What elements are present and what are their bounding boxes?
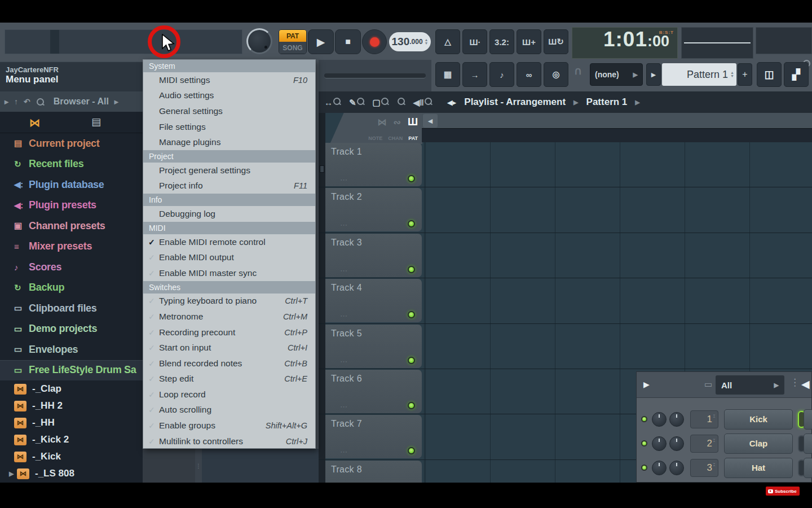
options-menu-toggle-item[interactable]: Enable MIDI output (143, 249, 315, 265)
loop-record-icon[interactable]: Ш↻ (544, 29, 568, 54)
track-options-icon[interactable] (340, 448, 347, 456)
track-enable-led[interactable] (408, 175, 415, 182)
track-options-icon[interactable] (340, 221, 347, 229)
pattern-picker-button[interactable]: ◫ (757, 62, 782, 87)
panel-divider[interactable]: ⋮ (195, 449, 202, 483)
pat-mode-button[interactable]: PAT (279, 30, 306, 42)
browser-title[interactable]: Browser - All (54, 97, 109, 107)
oscilloscope-panel[interactable] (681, 27, 753, 59)
touch-controller-icon[interactable]: ◎ (544, 62, 568, 87)
channel-enable-led[interactable] (641, 465, 647, 471)
track-header[interactable]: Track 2 (325, 188, 422, 231)
browser-item[interactable]: ≡ Mixer presets (0, 237, 143, 257)
options-menu-item[interactable]: File settings (143, 119, 315, 135)
menu-item[interactable] (50, 30, 59, 54)
track-enable-led[interactable] (408, 402, 415, 409)
tempo-display[interactable]: 130.000 ▲▼ (389, 32, 431, 51)
tab-chan-label[interactable]: CHAN (388, 135, 403, 141)
playlist-timeline[interactable] (422, 129, 812, 142)
channel-rack-header[interactable]: ▶ ▭ All ▶ ⋮ ◀ (637, 372, 811, 398)
track-header[interactable]: Track 5 (325, 325, 422, 368)
channel-target-selector[interactable]: 2 (690, 435, 718, 453)
zoom-tool-icon[interactable] (397, 97, 405, 108)
options-menu-item[interactable]: Project general settings (143, 163, 315, 178)
options-menu-toggle-item[interactable]: Enable MIDI master sync (143, 265, 315, 281)
rack-filter-dropdown[interactable]: All ▶ (716, 375, 784, 395)
browser-item[interactable]: ▭ Clipboard files (0, 298, 143, 319)
pattern-selector[interactable]: Pattern 1 ▲▼ (662, 63, 736, 86)
browser-item[interactable]: ◀: Plugin database (0, 174, 143, 195)
pan-knob[interactable] (652, 461, 667, 475)
smart-find-icon[interactable]: ⋈ (29, 116, 40, 129)
menu-item[interactable] (14, 30, 23, 54)
pat-song-toggle[interactable]: PAT SONG (279, 29, 307, 54)
pattern-spinner[interactable]: ▲▼ (730, 71, 734, 78)
options-menu-item[interactable]: Manage plugins (143, 134, 315, 150)
track-header[interactable]: Track 4 (325, 279, 422, 322)
select-tool-icon[interactable]: ▢ (373, 97, 389, 108)
slide-note-icon[interactable]: ♪ (489, 62, 514, 87)
play-button[interactable]: ▶ (308, 29, 334, 54)
sample-item[interactable]: ▶ -_HH (0, 414, 143, 431)
record-button[interactable] (362, 29, 387, 54)
options-menu-toggle-item[interactable]: Start on input Ctrl+I (143, 340, 315, 356)
menu-item[interactable] (23, 30, 32, 54)
time-display[interactable]: B:S:T 1:01 :00 (572, 27, 678, 59)
browser-item[interactable]: ▭ Free LifeStyle Drum Sa (0, 360, 143, 381)
options-menu-toggle-item[interactable]: Typing keyboard to piano Ctrl+T (143, 294, 315, 309)
menu-item[interactable] (5, 30, 14, 54)
metronome-icon[interactable]: △ (435, 29, 460, 54)
track-options-icon[interactable] (340, 357, 347, 366)
playlist-hscrollbar[interactable]: ◀ (422, 113, 812, 129)
channel-enable-led[interactable] (641, 440, 647, 446)
cpu-panel[interactable] (756, 27, 812, 54)
up-icon[interactable]: ↑ (14, 97, 18, 106)
detach-icon[interactable]: ↔ (324, 97, 341, 108)
scroll-left-button[interactable]: ◀ (423, 114, 438, 128)
shuffle-slider[interactable] (324, 73, 426, 78)
step-sequencer-button[interactable]: ▞ (784, 62, 809, 87)
track-options-icon[interactable] (340, 312, 347, 320)
pattern-menu-button[interactable]: ▶ (646, 63, 661, 86)
link-controllers-icon[interactable]: ∞ (517, 62, 541, 87)
speaker-icon[interactable]: ◀ (801, 378, 810, 391)
menu-item[interactable] (68, 30, 77, 54)
channel-edge-button[interactable] (804, 409, 812, 430)
sample-item[interactable]: ▶ -_LS 808 (0, 465, 143, 482)
sample-item[interactable]: ▶ -_Kick 2 (0, 431, 143, 448)
countdown-icon[interactable]: Ш+ (517, 29, 541, 54)
options-menu-toggle-item[interactable]: Blend recorded notes Ctrl+B (143, 356, 315, 371)
channel-button[interactable]: Clap (724, 433, 793, 454)
options-menu-toggle-item[interactable]: Loop record (143, 387, 315, 402)
snippet-icon[interactable]: ▤ (91, 116, 101, 128)
pattern-tab-icon[interactable]: Ш (408, 116, 418, 128)
audio-tab-icon[interactable]: ⋈ (378, 117, 387, 128)
track-options-icon[interactable] (340, 176, 347, 184)
channel-enable-led[interactable] (641, 416, 647, 422)
track-header[interactable]: Track 3 (325, 234, 422, 277)
snap-selector[interactable]: (none)▶ (590, 63, 643, 86)
playlist-titlebar[interactable]: ↔✎▢◀‖ ◀▸ Playlist - Arrangement ▶ Patter… (319, 91, 812, 113)
snap-magnet-icon[interactable]: ∪ (574, 65, 582, 78)
browser-item[interactable]: ♪ Scores (0, 257, 143, 278)
add-pattern-button[interactable]: + (738, 63, 752, 86)
track-header[interactable]: Track 7 (325, 415, 422, 458)
options-menu-toggle-item[interactable]: Step edit Ctrl+E (143, 371, 315, 387)
track-enable-led[interactable] (408, 266, 415, 273)
browser-item[interactable]: ▣ Channel presets (0, 216, 143, 237)
browser-item[interactable]: ↻ Backup (0, 278, 143, 299)
options-menu-toggle-item[interactable]: Enable groups Shift+Alt+G (143, 418, 315, 433)
speaker-icon[interactable]: ◀▸ (447, 98, 457, 107)
browser-item[interactable]: ↻ Recent files (0, 154, 143, 175)
channel-button[interactable]: Kick (724, 409, 793, 430)
browser-item[interactable]: ▭ Envelopes (0, 339, 143, 360)
sample-item[interactable]: ▶ -_Kick (0, 448, 143, 465)
tab-note-label[interactable]: NOTE (368, 135, 382, 141)
sample-item[interactable]: ▶ -_Clap (0, 380, 143, 397)
subscribe-button[interactable]: Subscribe (766, 487, 800, 496)
pan-knob[interactable] (652, 412, 667, 427)
sample-item[interactable]: ▶ -_HH 2 (0, 397, 143, 414)
playlist-mode-tab[interactable]: ⋈ ∾ Ш NOTE CHAN PAT (330, 113, 422, 144)
step-edit-icon[interactable]: → (462, 62, 487, 87)
track-enable-led[interactable] (408, 357, 415, 364)
